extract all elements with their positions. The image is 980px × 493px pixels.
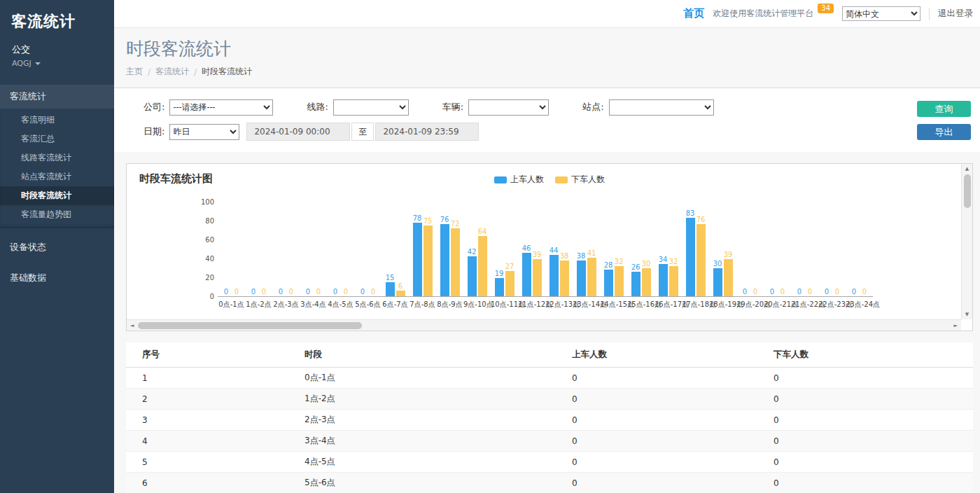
bar-group: 4639: [518, 202, 545, 296]
bar-group: 00: [218, 202, 245, 296]
language-select[interactable]: 简体中文: [842, 6, 920, 21]
caret-down-icon: [35, 62, 41, 65]
bar-value-label: 75: [424, 217, 433, 225]
date-preset-select[interactable]: 昨日: [169, 124, 239, 140]
legend-item[interactable]: 下车人数: [555, 174, 605, 186]
bar: [604, 270, 613, 296]
bar-column: 0: [222, 288, 231, 296]
bar-group: 00: [272, 202, 300, 296]
bar-column: 0: [304, 288, 313, 296]
bar-value-label: 0: [251, 288, 255, 296]
vertical-scrollbar[interactable]: ▲ ▼: [961, 164, 972, 319]
data-table-panel: 序号时段上车人数下车人数 10点-1点0021点-2点0032点-3点0043点…: [126, 342, 973, 493]
table-cell: 2点-3点: [288, 410, 556, 431]
bar-value-label: 41: [587, 249, 596, 257]
bar-value-label: 0: [306, 288, 310, 296]
x-axis-label: 17点-18点: [682, 300, 709, 310]
bar-column: 0: [358, 288, 368, 296]
x-axis-label: 4点-5点: [327, 300, 354, 310]
bar-value-label: 30: [713, 260, 722, 268]
filter-panel: 公司: ---请选择--- 线路: 车辆: 站点: 日期: 昨日: [114, 88, 980, 152]
table-cell: 0: [757, 410, 973, 431]
bar-value-label: 26: [631, 263, 640, 271]
line-select[interactable]: [333, 99, 409, 116]
bar-group: 00: [846, 202, 873, 296]
welcome-text: 欢迎使用客流统计管理平台: [713, 8, 813, 20]
station-select[interactable]: [609, 99, 714, 116]
x-axis-label: 18点-19点: [709, 300, 736, 310]
x-axis-label: 22点-23点: [818, 300, 846, 310]
table-cell: 0: [556, 473, 757, 493]
scroll-left-icon[interactable]: ◄: [130, 323, 134, 328]
sidebar-section[interactable]: 基础数据: [0, 266, 114, 290]
sidebar-section[interactable]: 客流统计: [0, 85, 114, 109]
sidebar-item[interactable]: 时段客流统计: [0, 186, 114, 205]
date-end-input[interactable]: [375, 123, 479, 141]
bar-value-label: 28: [604, 261, 613, 269]
bar-group: 00: [764, 202, 791, 296]
bar-column: 0: [822, 288, 832, 296]
scroll-right-icon[interactable]: ►: [954, 323, 958, 328]
bar-value-label: 32: [669, 258, 678, 265]
filter-actions: 查询 导出: [917, 101, 971, 140]
bar-group: 00: [245, 202, 272, 296]
bar-value-label: 0: [808, 288, 812, 296]
bar-column: 6: [396, 282, 405, 296]
bar-group: 7672: [436, 202, 463, 296]
table-cell: 0: [556, 431, 757, 452]
sidebar-item[interactable]: 客流量趋势图: [0, 205, 114, 224]
vehicle-label: 车辆:: [442, 101, 463, 113]
bar-column: 19: [495, 270, 504, 296]
query-button[interactable]: 查询: [917, 101, 971, 117]
logout-link[interactable]: 退出登录: [929, 8, 973, 20]
horizontal-scrollbar[interactable]: ◄ ►: [127, 319, 961, 331]
legend-swatch: [494, 176, 507, 183]
company-select[interactable]: ---请选择---: [169, 99, 273, 116]
legend-item[interactable]: 上车人数: [494, 174, 544, 186]
table-header-cell: 上车人数: [556, 342, 757, 368]
bar-column: 0: [751, 288, 760, 296]
bar-column: 83: [686, 209, 695, 296]
vehicle-select[interactable]: [468, 99, 549, 116]
sidebar-section[interactable]: 设备状态: [0, 235, 114, 259]
x-axis-label: 2点-3点: [272, 300, 300, 310]
bar-group: 00: [354, 202, 382, 296]
bar-group: 00: [327, 202, 354, 296]
user-dropdown[interactable]: AQGJ: [0, 57, 114, 69]
chart-panel: 时段车流统计图 上车人数下车人数 020406080100 0000000000…: [126, 163, 973, 331]
home-link[interactable]: 首页: [683, 7, 704, 20]
bar-value-label: 0: [797, 288, 802, 296]
data-table: 序号时段上车人数下车人数 10点-1点0021点-2点0032点-3点0043点…: [126, 342, 973, 493]
table-cell: 5点-6点: [288, 473, 556, 493]
bar-column: 39: [724, 251, 733, 296]
breadcrumb-home[interactable]: 主页: [126, 66, 143, 78]
chart-plot-area: 0000000000001567875767242641927463944383…: [218, 202, 873, 297]
page-header: 时段客流统计 主页 / 客流统计 / 时段客流统计: [114, 28, 980, 88]
bar: [478, 236, 487, 296]
bar-value-label: 0: [333, 288, 337, 296]
sidebar: 客流统计 公交 AQGJ 客流统计客流明细客流汇总线路客流统计站点客流统计时段客…: [0, 0, 114, 493]
bar-value-label: 44: [550, 246, 559, 254]
bar: [615, 266, 624, 296]
sidebar-item[interactable]: 站点客流统计: [0, 167, 114, 186]
bar-column: 0: [850, 288, 859, 296]
horizontal-scroll-thumb[interactable]: [138, 322, 362, 329]
sidebar-item[interactable]: 线路客流统计: [0, 148, 114, 167]
sidebar-submenu: 客流明细客流汇总线路客流统计站点客流统计时段客流统计客流量趋势图: [0, 109, 114, 228]
scroll-down-icon[interactable]: ▼: [965, 312, 969, 317]
date-start-input[interactable]: [246, 123, 350, 141]
table-cell: 5: [126, 452, 288, 473]
sidebar-item[interactable]: 客流汇总: [0, 130, 114, 148]
bar-column: 0: [795, 288, 804, 296]
x-axis-label: 12点-13点: [545, 300, 573, 310]
sidebar-item[interactable]: 客流明细: [0, 111, 114, 130]
breadcrumb-current: 时段客流统计: [202, 66, 252, 78]
bar: [713, 268, 722, 297]
table-row: 10点-1点00: [126, 368, 973, 389]
export-button[interactable]: 导出: [917, 124, 971, 140]
breadcrumb-section[interactable]: 客流统计: [155, 66, 189, 78]
scroll-up-icon[interactable]: ▲: [965, 166, 969, 172]
bar-column: 27: [505, 263, 514, 296]
vertical-scroll-thumb[interactable]: [964, 174, 971, 208]
bar-value-label: 19: [495, 270, 504, 277]
